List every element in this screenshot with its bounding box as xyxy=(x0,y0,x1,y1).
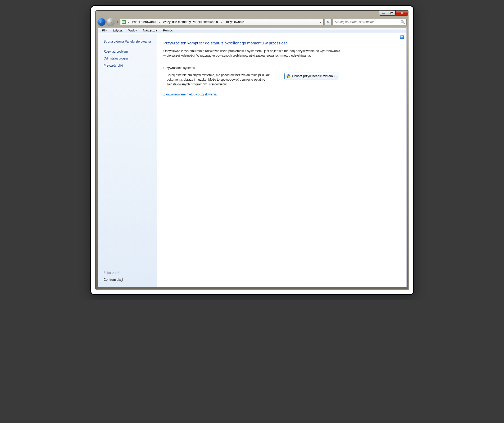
screenshot-frame: ✕ ← → ▼ ▸ Panel sterowania ▸ Wszystkie e… xyxy=(90,5,414,295)
refresh-icon: ↻ xyxy=(326,20,329,24)
arrow-left-icon: ← xyxy=(99,19,104,25)
search-box[interactable]: 🔍 xyxy=(333,19,407,25)
see-also-label: Zobacz też xyxy=(104,271,153,276)
sidebar-link-restore-files[interactable]: Przywróć pliki xyxy=(104,62,153,69)
maximize-icon xyxy=(391,12,393,14)
back-button[interactable]: ← xyxy=(98,18,106,26)
menu-file[interactable]: Plik xyxy=(99,28,110,33)
svg-rect-2 xyxy=(122,22,125,23)
window-controls: ✕ xyxy=(379,10,408,16)
menu-view[interactable]: Widok xyxy=(126,28,140,33)
help-icon[interactable]: ? xyxy=(400,35,404,39)
advanced-recovery-link[interactable]: Zaawansowane metody odzyskiwania xyxy=(164,93,217,96)
explorer-window: ✕ ← → ▼ ▸ Panel sterowania ▸ Wszystkie e… xyxy=(95,10,409,290)
page-title: Przywróć ten komputer do stanu z określo… xyxy=(164,41,400,45)
system-restore-group: Przywracanie systemu Cofnij ostatnie zmi… xyxy=(164,66,338,87)
page-description: Odzyskiwanie systemu może rozwiązać wiel… xyxy=(164,49,343,58)
breadcrumb-all-items[interactable]: Wszystkie elementy Panelu sterowania xyxy=(161,19,219,25)
navigation-row: ← → ▼ ▸ Panel sterowania ▸ Wszystkie ele… xyxy=(98,18,407,26)
titlebar: ✕ xyxy=(96,11,409,18)
content-pane: ? Przywróć ten komputer do stanu z okreś… xyxy=(157,33,406,287)
address-bar[interactable]: ▸ Panel sterowania ▸ Wszystkie elementy … xyxy=(120,19,323,25)
address-dropdown[interactable]: ▾ xyxy=(318,21,323,24)
sidebar-link-action-center[interactable]: Centrum akcji xyxy=(104,276,153,283)
menu-edit[interactable]: Edycja xyxy=(110,28,125,33)
minimize-button[interactable] xyxy=(379,10,388,16)
refresh-button[interactable]: ↻ xyxy=(325,19,332,25)
group-description: Cofnij ostatnie zmiany w systemie, ale p… xyxy=(167,73,277,87)
breadcrumb-recovery[interactable]: Odzyskiwanie xyxy=(223,19,246,25)
sidebar-spacer xyxy=(104,69,153,271)
search-input[interactable] xyxy=(334,20,401,24)
group-legend: Przywracanie systemu xyxy=(164,66,197,70)
forward-button[interactable]: → xyxy=(107,18,115,26)
sidebar-link-troubleshoot[interactable]: Rozwiąż problem xyxy=(104,48,153,55)
close-icon: ✕ xyxy=(400,11,403,15)
uac-shield-icon xyxy=(286,74,290,78)
sidebar: Strona główna Panelu sterowania Rozwiąż … xyxy=(98,33,157,287)
svg-rect-0 xyxy=(122,20,126,24)
open-system-restore-label: Otwórz przywracanie systemu xyxy=(292,74,334,78)
sidebar-link-home[interactable]: Strona główna Panelu sterowania xyxy=(104,38,153,45)
menu-help[interactable]: Pomoc xyxy=(160,28,175,33)
control-panel-icon xyxy=(122,20,126,24)
minimize-icon xyxy=(382,13,385,14)
arrow-right-icon: → xyxy=(108,19,113,25)
search-icon: 🔍 xyxy=(401,20,405,24)
sidebar-link-uninstall[interactable]: Odinstaluj program xyxy=(104,55,153,62)
breadcrumb-control-panel[interactable]: Panel sterowania xyxy=(130,19,158,25)
close-button[interactable]: ✕ xyxy=(396,10,408,16)
window-body: Strona główna Panelu sterowania Rozwiąż … xyxy=(98,33,407,287)
menu-tools[interactable]: Narzędzia xyxy=(140,28,160,33)
chevron-right-icon: ▸ xyxy=(220,21,223,24)
maximize-button[interactable] xyxy=(388,10,396,16)
chevron-right-icon: ▸ xyxy=(127,21,130,24)
recent-pages-dropdown[interactable]: ▼ xyxy=(116,21,119,24)
open-system-restore-button[interactable]: Otwórz przywracanie systemu xyxy=(284,73,338,79)
group-row: Cofnij ostatnie zmiany w systemie, ale p… xyxy=(164,70,338,87)
svg-rect-1 xyxy=(122,21,125,22)
menu-bar: Plik Edycja Widok Narzędzia Pomoc xyxy=(98,27,407,33)
chevron-right-icon: ▸ xyxy=(158,21,161,24)
